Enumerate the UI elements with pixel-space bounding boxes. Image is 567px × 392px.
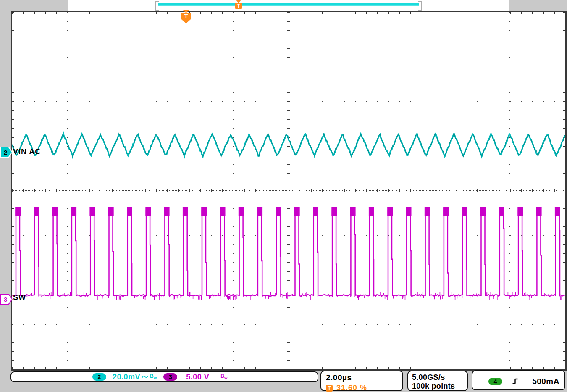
ch3-pulse-top-cap <box>331 207 337 216</box>
ch3-pulse-top-cap <box>127 207 132 216</box>
trigger-position-arrow-icon <box>183 10 189 13</box>
ch3-pulse-top-cap <box>369 207 374 216</box>
ch3-pulse-top-cap <box>350 207 356 216</box>
trigger-position-row: T 31.60 % <box>326 384 402 392</box>
record-view-waveform-bar <box>158 3 419 5</box>
graticule <box>11 11 567 371</box>
record-trigger-marker-icon: T <box>235 3 242 9</box>
record-length-readout: 100k points <box>412 382 467 391</box>
channel3-marker-number: 3 <box>4 296 7 303</box>
acquisition-readout-box: 5.00GS/s 100k points <box>407 371 468 391</box>
ch3-pulse-top-cap <box>276 207 281 216</box>
trigger-chip-icon: T <box>326 385 333 392</box>
ch3-pulse-top-cap <box>406 207 412 216</box>
bw-sub: W <box>154 376 157 380</box>
ch2-waveform <box>12 132 565 157</box>
bw-sub: W <box>224 376 228 380</box>
channel2-marker-number: 2 <box>4 149 7 156</box>
ch3-waveform <box>12 207 565 296</box>
ch3-pulse-top-cap <box>387 207 393 216</box>
ch3-pulse-top-cap <box>257 207 262 216</box>
ch4-badge: 4 <box>488 378 502 385</box>
ch3-pulse-top-cap <box>443 207 449 216</box>
waveform-display <box>12 12 565 369</box>
ch3-pulse-top-cap <box>555 207 560 216</box>
ch3-pulse-top-cap <box>536 207 542 216</box>
ch3-pulse-top-cap <box>239 207 244 216</box>
ch3-pulse-top-cap <box>480 207 486 216</box>
ch3-pulse-top-cap <box>313 207 318 216</box>
ch3-bandwidth-badge: BW <box>220 374 227 380</box>
ch2-bandwidth-badge: BW <box>150 374 157 380</box>
channel2-marker: 2 <box>0 147 13 158</box>
ch3-pulse-top-cap <box>145 207 151 216</box>
time-per-division-readout: 2.00µs <box>326 373 402 382</box>
ch3-pulse-top-cap <box>425 207 430 216</box>
bw-main: B <box>220 373 224 379</box>
ch3-scale-readout: 5.00 V <box>186 373 209 381</box>
ch3-pulse-top-cap <box>517 207 523 216</box>
channel-readouts-box: 2 20.0mV BW 3 5.00 V BW <box>10 371 318 382</box>
ch3-pulse-top-cap <box>183 207 188 216</box>
ch3-pulse-top-cap <box>71 207 76 216</box>
record-view-waveform-bar-thin <box>158 5 419 6</box>
trigger-readout-box: 4 500mA <box>472 370 565 390</box>
ch3-pulse-top-cap <box>294 207 300 216</box>
trigger-position-readout: 31.60 % <box>336 384 367 392</box>
ch3-pulse-top-cap <box>15 207 21 216</box>
channel3-marker: 3 <box>0 294 13 305</box>
ch3-pulse-top-cap <box>499 207 504 216</box>
rising-edge-icon <box>512 378 519 385</box>
trigger-position-marker-label: T <box>184 13 188 20</box>
ch2-scale-readout: 20.0mV <box>113 373 140 381</box>
bw-main: B <box>150 373 154 379</box>
ac-coupling-icon <box>142 374 149 379</box>
sample-rate-readout: 5.00GS/s <box>412 373 467 382</box>
ch3-pulse-top-cap <box>34 207 39 216</box>
ch3-badge: 3 <box>163 373 177 381</box>
ch3-pulse-top-cap <box>52 207 58 216</box>
ch2-badge: 2 <box>92 373 106 381</box>
ch3-pulse-top-cap <box>108 207 114 216</box>
oscilloscope-screen: T T 2 VIN AC 3 SW 2 20.0mV BW 3 <box>0 0 567 392</box>
horizontal-readout-box: 2.00µs T 31.60 % <box>320 371 403 391</box>
trigger-level-readout: 500mA <box>532 377 559 386</box>
ch3-pulse-top-cap <box>89 207 95 216</box>
ch2-waveform-label: VIN AC <box>13 147 41 156</box>
record-trigger-marker-label: T <box>237 3 240 9</box>
ch3-pulse-top-cap <box>220 207 226 216</box>
ch3-pulse-top-cap <box>164 207 170 216</box>
ch3-pulse-top-cap <box>462 207 467 216</box>
ch3-waveform-label: SW <box>13 293 26 302</box>
ch3-pulse-top-cap <box>201 207 207 216</box>
